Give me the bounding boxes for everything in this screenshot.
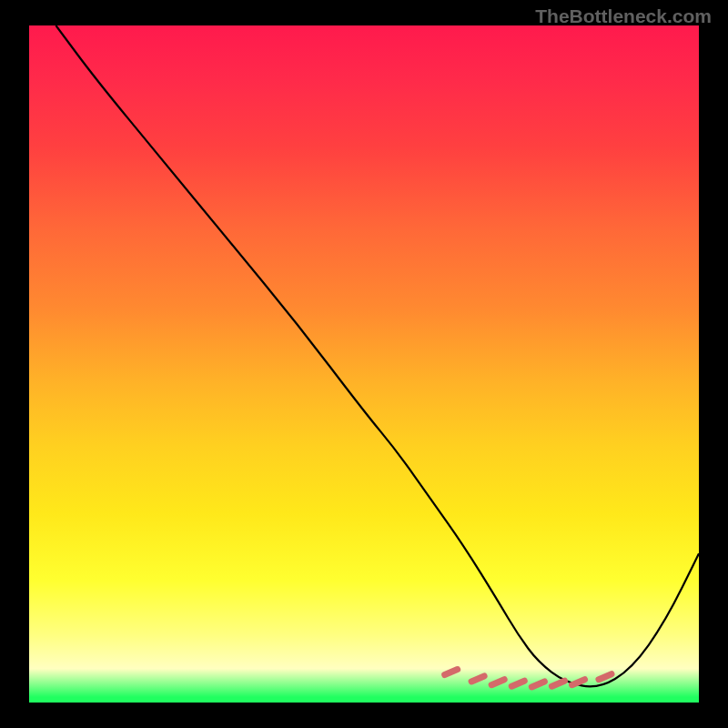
plot-area — [29, 25, 699, 703]
highlight-dash — [491, 680, 504, 685]
highlight-markers — [445, 670, 612, 687]
chart-svg — [29, 25, 699, 703]
highlight-dash — [511, 681, 524, 686]
highlight-dash — [551, 681, 564, 686]
highlight-dash — [445, 670, 458, 675]
watermark-text: TheBottleneck.com — [535, 5, 712, 27]
highlight-dash — [471, 676, 484, 682]
highlight-dash — [599, 674, 612, 680]
highlight-dash — [531, 682, 544, 687]
bottleneck-curve-line — [56, 25, 699, 686]
highlight-dash — [572, 680, 585, 685]
